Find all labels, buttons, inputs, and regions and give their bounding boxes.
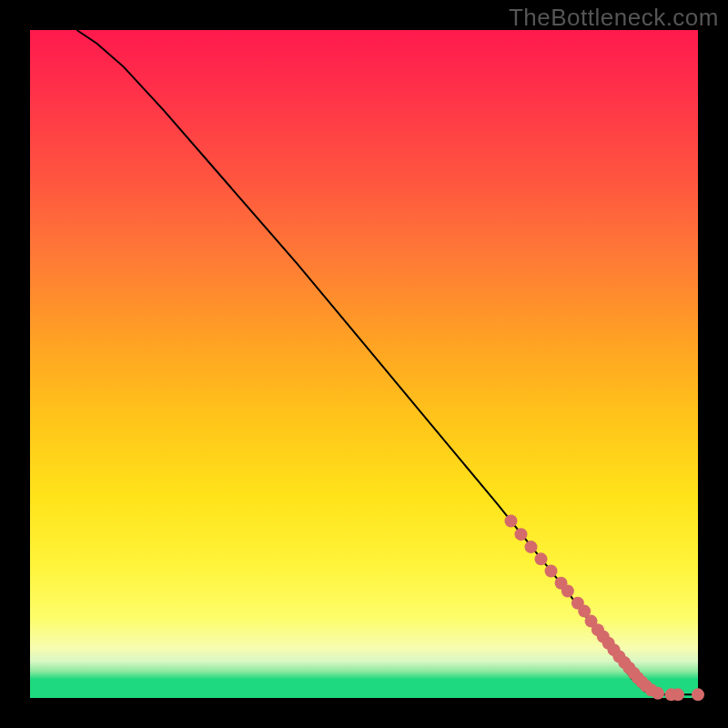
data-point bbox=[692, 688, 704, 701]
line-series bbox=[76, 30, 698, 694]
marker-layer bbox=[504, 514, 704, 701]
data-point bbox=[672, 688, 684, 701]
data-point bbox=[545, 565, 558, 578]
attribution-text: TheBottleneck.com bbox=[509, 4, 719, 32]
data-point bbox=[514, 528, 527, 541]
chart-frame: TheBottleneck.com bbox=[0, 0, 728, 728]
data-point bbox=[525, 541, 538, 553]
data-point bbox=[652, 687, 664, 700]
data-point bbox=[561, 585, 574, 598]
data-point bbox=[504, 514, 517, 527]
plot-area bbox=[30, 30, 698, 698]
data-point bbox=[535, 552, 548, 565]
chart-svg bbox=[30, 30, 698, 698]
curve-layer bbox=[76, 30, 698, 694]
